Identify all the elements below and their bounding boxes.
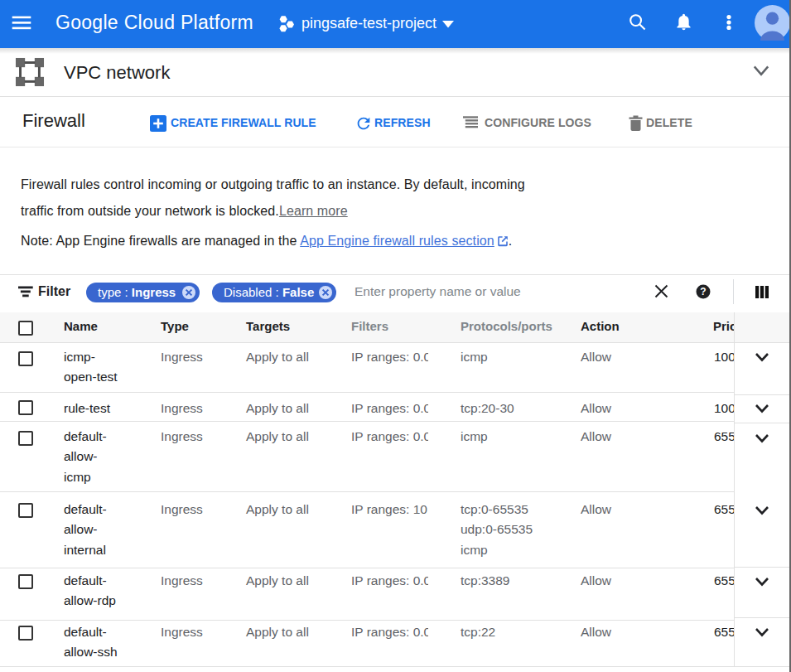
svg-text:?: ? — [700, 286, 706, 297]
